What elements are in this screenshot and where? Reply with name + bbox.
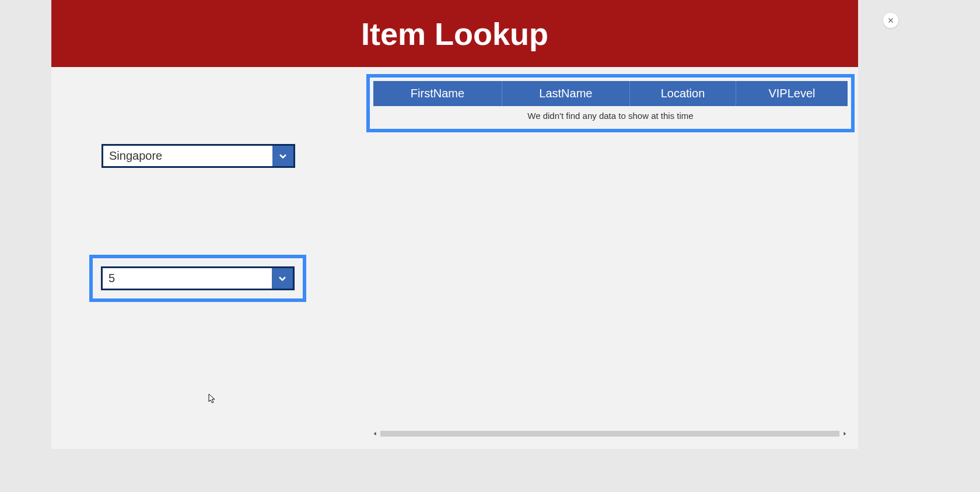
close-icon [887, 16, 895, 24]
vip-dropdown[interactable]: 5 [101, 266, 295, 290]
chevron-down-icon [272, 268, 293, 289]
results-table-highlight: FirstName LastName Location VIPLevel We … [366, 74, 855, 132]
scroll-left-arrow-icon[interactable] [372, 430, 378, 438]
svg-marker-1 [844, 432, 846, 435]
horizontal-scrollbar[interactable] [372, 430, 848, 438]
empty-state-row: We didn't find any data to show at this … [373, 106, 848, 125]
column-header-viplevel[interactable]: VIPLevel [736, 81, 848, 106]
header: Item Lookup [51, 0, 858, 67]
column-header-location[interactable]: Location [629, 81, 736, 106]
column-header-firstname[interactable]: FirstName [373, 81, 502, 106]
location-dropdown-value: Singapore [103, 146, 272, 166]
vip-dropdown-value: 5 [103, 268, 272, 289]
app-frame: Item Lookup Singapore 5 [51, 0, 858, 449]
close-button[interactable] [883, 13, 898, 28]
column-header-lastname[interactable]: LastName [502, 81, 629, 106]
empty-state-message: We didn't find any data to show at this … [373, 106, 848, 125]
vip-dropdown-highlight: 5 [89, 255, 306, 302]
scroll-right-arrow-icon[interactable] [842, 430, 848, 438]
results-table: FirstName LastName Location VIPLevel We … [373, 81, 848, 125]
location-dropdown[interactable]: Singapore [102, 144, 295, 168]
svg-marker-0 [374, 432, 376, 435]
scrollbar-track[interactable] [380, 431, 839, 437]
page-title: Item Lookup [361, 16, 548, 52]
content-area: Singapore 5 [51, 67, 858, 449]
chevron-down-icon [272, 146, 293, 166]
